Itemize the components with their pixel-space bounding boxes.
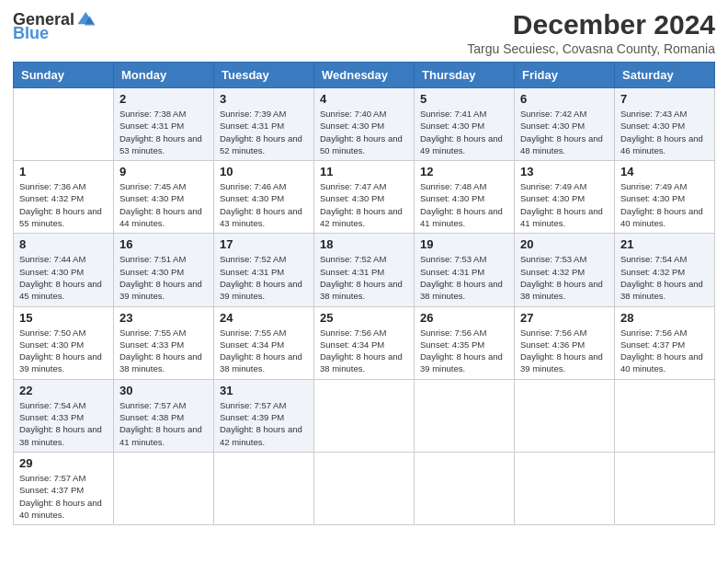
cell-info: Sunrise: 7:45 AMSunset: 4:30 PMDaylight:… — [119, 180, 208, 229]
calendar-cell: 20Sunrise: 7:53 AMSunset: 4:32 PMDayligh… — [515, 234, 615, 306]
day-number: 26 — [420, 311, 508, 325]
calendar-cell: 7Sunrise: 7:43 AMSunset: 4:30 PMDaylight… — [615, 88, 715, 161]
calendar-cell: 27Sunrise: 7:56 AMSunset: 4:36 PMDayligh… — [515, 306, 615, 379]
subtitle: Targu Secuiesc, Covasna County, Romania — [467, 41, 715, 56]
calendar-cell: 19Sunrise: 7:53 AMSunset: 4:31 PMDayligh… — [415, 234, 515, 306]
calendar-cell: 4Sunrise: 7:40 AMSunset: 4:30 PMDaylight… — [314, 88, 415, 161]
calendar-cell: 11Sunrise: 7:47 AMSunset: 4:30 PMDayligh… — [314, 161, 415, 234]
calendar-cell: 12Sunrise: 7:48 AMSunset: 4:30 PMDayligh… — [415, 161, 515, 234]
calendar-week-row: 29Sunrise: 7:57 AMSunset: 4:37 PMDayligh… — [14, 452, 715, 524]
calendar-cell — [615, 452, 715, 524]
day-number: 10 — [220, 165, 308, 178]
day-number: 25 — [320, 311, 408, 325]
calendar-cell — [515, 379, 615, 452]
day-number: 27 — [520, 311, 609, 325]
cell-info: Sunrise: 7:51 AMSunset: 4:30 PMDaylight:… — [119, 253, 208, 302]
calendar-cell: 16Sunrise: 7:51 AMSunset: 4:30 PMDayligh… — [114, 234, 214, 306]
day-number: 31 — [220, 384, 308, 397]
calendar-cell — [14, 88, 114, 161]
cell-info: Sunrise: 7:56 AMSunset: 4:34 PMDaylight:… — [320, 327, 408, 375]
title-area: December 2024 Targu Secuiesc, Covasna Co… — [467, 9, 715, 56]
cell-info: Sunrise: 7:36 AMSunset: 4:32 PMDaylight:… — [19, 180, 108, 229]
calendar-week-row: 1Sunrise: 7:36 AMSunset: 4:32 PMDaylight… — [14, 161, 715, 234]
cell-info: Sunrise: 7:48 AMSunset: 4:30 PMDaylight:… — [420, 180, 508, 229]
calendar-week-row: 2Sunrise: 7:38 AMSunset: 4:31 PMDaylight… — [14, 88, 715, 161]
cell-info: Sunrise: 7:43 AMSunset: 4:30 PMDaylight:… — [620, 108, 709, 156]
day-number: 3 — [220, 92, 308, 106]
cell-info: Sunrise: 7:49 AMSunset: 4:30 PMDaylight:… — [520, 180, 609, 229]
calendar-cell: 18Sunrise: 7:52 AMSunset: 4:31 PMDayligh… — [314, 234, 415, 306]
day-header-thursday: Thursday — [415, 63, 515, 88]
cell-info: Sunrise: 7:50 AMSunset: 4:30 PMDaylight:… — [19, 327, 108, 375]
cell-info: Sunrise: 7:54 AMSunset: 4:32 PMDaylight:… — [620, 253, 709, 302]
calendar-week-row: 8Sunrise: 7:44 AMSunset: 4:30 PMDaylight… — [14, 234, 715, 306]
calendar-cell: 3Sunrise: 7:39 AMSunset: 4:31 PMDaylight… — [214, 88, 314, 161]
calendar-cell — [415, 379, 515, 452]
header: General Blue December 2024 Targu Secuies… — [13, 9, 715, 56]
cell-info: Sunrise: 7:46 AMSunset: 4:30 PMDaylight:… — [220, 180, 308, 229]
day-number: 24 — [220, 311, 308, 325]
calendar-cell — [314, 452, 415, 524]
day-number: 5 — [420, 92, 508, 106]
day-number: 9 — [119, 165, 208, 178]
calendar-cell: 30Sunrise: 7:57 AMSunset: 4:38 PMDayligh… — [114, 379, 214, 452]
day-number: 1 — [19, 165, 108, 178]
calendar-cell: 28Sunrise: 7:56 AMSunset: 4:37 PMDayligh… — [615, 306, 715, 379]
day-header-tuesday: Tuesday — [214, 63, 314, 88]
calendar-cell: 24Sunrise: 7:55 AMSunset: 4:34 PMDayligh… — [214, 306, 314, 379]
day-number: 30 — [119, 384, 208, 397]
calendar-cell — [415, 452, 515, 524]
calendar: SundayMondayTuesdayWednesdayThursdayFrid… — [13, 62, 715, 525]
day-number: 22 — [19, 384, 108, 397]
cell-info: Sunrise: 7:53 AMSunset: 4:32 PMDaylight:… — [520, 253, 609, 302]
day-number: 15 — [19, 311, 108, 325]
cell-info: Sunrise: 7:55 AMSunset: 4:33 PMDaylight:… — [119, 327, 208, 375]
cell-info: Sunrise: 7:42 AMSunset: 4:30 PMDaylight:… — [520, 108, 609, 156]
calendar-header-row: SundayMondayTuesdayWednesdayThursdayFrid… — [14, 63, 715, 88]
calendar-cell: 31Sunrise: 7:57 AMSunset: 4:39 PMDayligh… — [214, 379, 314, 452]
cell-info: Sunrise: 7:41 AMSunset: 4:30 PMDaylight:… — [420, 108, 508, 156]
day-number: 21 — [620, 237, 709, 251]
cell-info: Sunrise: 7:53 AMSunset: 4:31 PMDaylight:… — [420, 253, 508, 302]
cell-info: Sunrise: 7:57 AMSunset: 4:38 PMDaylight:… — [119, 399, 208, 448]
day-number: 16 — [119, 237, 208, 251]
calendar-cell: 17Sunrise: 7:52 AMSunset: 4:31 PMDayligh… — [214, 234, 314, 306]
cell-info: Sunrise: 7:57 AMSunset: 4:37 PMDaylight:… — [19, 472, 108, 521]
cell-info: Sunrise: 7:56 AMSunset: 4:36 PMDaylight:… — [520, 327, 609, 375]
day-number: 12 — [420, 165, 508, 178]
day-header-wednesday: Wednesday — [314, 63, 415, 88]
cell-info: Sunrise: 7:49 AMSunset: 4:30 PMDaylight:… — [620, 180, 709, 229]
cell-info: Sunrise: 7:40 AMSunset: 4:30 PMDaylight:… — [320, 108, 408, 156]
calendar-cell — [314, 379, 415, 452]
calendar-cell: 2Sunrise: 7:38 AMSunset: 4:31 PMDaylight… — [114, 88, 214, 161]
calendar-cell: 6Sunrise: 7:42 AMSunset: 4:30 PMDaylight… — [515, 88, 615, 161]
logo-icon — [76, 9, 97, 29]
logo-blue: Blue — [13, 24, 49, 43]
page: General Blue December 2024 Targu Secuies… — [0, 0, 728, 563]
calendar-cell — [214, 452, 314, 524]
day-number: 28 — [620, 311, 709, 325]
calendar-week-row: 22Sunrise: 7:54 AMSunset: 4:33 PMDayligh… — [14, 379, 715, 452]
cell-info: Sunrise: 7:57 AMSunset: 4:39 PMDaylight:… — [220, 399, 308, 448]
calendar-cell: 29Sunrise: 7:57 AMSunset: 4:37 PMDayligh… — [14, 452, 114, 524]
day-number: 6 — [520, 92, 609, 106]
cell-info: Sunrise: 7:38 AMSunset: 4:31 PMDaylight:… — [119, 108, 208, 156]
calendar-cell: 9Sunrise: 7:45 AMSunset: 4:30 PMDaylight… — [114, 161, 214, 234]
day-header-friday: Friday — [515, 63, 615, 88]
calendar-cell: 21Sunrise: 7:54 AMSunset: 4:32 PMDayligh… — [615, 234, 715, 306]
logo-area: General Blue — [13, 9, 97, 43]
day-header-sunday: Sunday — [14, 63, 114, 88]
day-number: 4 — [320, 92, 408, 106]
calendar-cell: 15Sunrise: 7:50 AMSunset: 4:30 PMDayligh… — [14, 306, 114, 379]
cell-info: Sunrise: 7:54 AMSunset: 4:33 PMDaylight:… — [19, 399, 108, 448]
day-header-saturday: Saturday — [615, 63, 715, 88]
cell-info: Sunrise: 7:44 AMSunset: 4:30 PMDaylight:… — [19, 253, 108, 302]
day-number: 7 — [620, 92, 709, 106]
cell-info: Sunrise: 7:55 AMSunset: 4:34 PMDaylight:… — [220, 327, 308, 375]
calendar-cell: 14Sunrise: 7:49 AMSunset: 4:30 PMDayligh… — [615, 161, 715, 234]
day-number: 20 — [520, 237, 609, 251]
day-number: 14 — [620, 165, 709, 178]
calendar-cell: 26Sunrise: 7:56 AMSunset: 4:35 PMDayligh… — [415, 306, 515, 379]
calendar-cell: 23Sunrise: 7:55 AMSunset: 4:33 PMDayligh… — [114, 306, 214, 379]
cell-info: Sunrise: 7:56 AMSunset: 4:35 PMDaylight:… — [420, 327, 508, 375]
